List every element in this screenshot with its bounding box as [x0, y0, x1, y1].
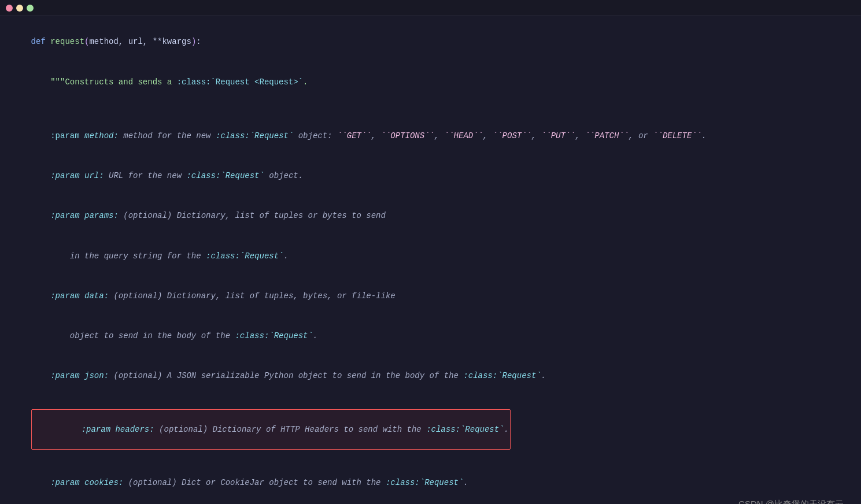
period-json: . [541, 371, 546, 380]
param-name-params: params: [84, 211, 119, 220]
class-ref-params: :class:`Request` [206, 251, 283, 261]
dot-red [6, 5, 13, 12]
period-cookies: . [463, 478, 468, 487]
comma4: , [531, 131, 541, 140]
code-line-param-data: :param data: (optional) Dictionary, list… [12, 276, 849, 316]
code-line-param-url: :param url: URL for the new :class:`Requ… [12, 156, 849, 196]
code-line-param-params-cont: in the query string for the :class:`Requ… [12, 236, 849, 276]
code-line-param-cookies: :param cookies: (optional) Dict or Cooki… [12, 463, 849, 503]
param-desc-data-cont: object to send in the body of the [31, 331, 235, 340]
code-line-def: def request(method, url, **kwargs): [12, 22, 849, 62]
comma1: , [371, 131, 381, 140]
param-name-headers: headers: [115, 425, 154, 434]
class-ref-2: :class:`Request` [216, 131, 293, 140]
period-data: . [313, 331, 317, 340]
class-ref-data: :class:`Request` [235, 331, 312, 340]
backtick-delete: ``DELETE`` [653, 131, 701, 140]
backtick-opt: ``OPTIONS`` [381, 131, 434, 140]
dot-green [27, 5, 34, 12]
or-del: , or [629, 131, 653, 140]
highlight-headers: :param headers: (optional) Dictionary of… [31, 409, 511, 449]
param-desc-url2: object. [264, 171, 303, 180]
backtick-put: ``PUT`` [541, 131, 575, 140]
func-name: request [50, 37, 84, 46]
param-desc-params-cont: in the query string for the [31, 251, 206, 261]
param-desc-params: (optional) Dictionary, list of tuples or… [119, 211, 386, 220]
class-ref-headers: :class:`Request` [426, 425, 504, 434]
param-keyword-json: :param [31, 371, 84, 380]
blank-1 [12, 102, 849, 116]
params: method, url, **kwargs [89, 37, 191, 46]
param-keyword-headers: :param [62, 425, 115, 434]
code-line-param-method: :param method: method for the new :class… [12, 116, 849, 156]
watermark: CSDN @比奇堡的天没有云 [738, 499, 844, 504]
indent [31, 77, 51, 87]
keyword-def: def [31, 37, 51, 46]
param-keyword-data: :param [31, 291, 84, 301]
class-ref-json: :class:`Request` [463, 371, 541, 380]
docstring-open: """Constructs and sends a [50, 77, 176, 87]
param-keyword-cookies: :param [31, 478, 84, 487]
code-line-param-headers: :param headers: (optional) Dictionary of… [12, 396, 849, 463]
docstring-period: . [303, 77, 308, 87]
code-line-param-params: :param params: (optional) Dictionary, li… [12, 196, 849, 236]
comma5: , [575, 131, 585, 140]
param-keyword-url: :param [31, 171, 84, 180]
class-ref-cookies: :class:`Request` [386, 478, 463, 487]
param-name-url: url: [84, 171, 104, 180]
code-editor: def request(method, url, **kwargs): """C… [0, 16, 861, 504]
code-line-param-json: :param json: (optional) A JSON serializa… [12, 356, 849, 396]
param-desc-method: method for the new [119, 131, 216, 140]
param-desc-data: (optional) Dictionary, list of tuples, b… [109, 291, 396, 301]
param-keyword-params: :param [31, 211, 84, 220]
param-desc-url: URL for the new [104, 171, 187, 180]
indent2 [31, 131, 51, 140]
backtick-get: ``GET`` [337, 131, 371, 140]
param-name-cookies: cookies: [84, 478, 123, 487]
code-line-docstring-open: """Constructs and sends a :class:`Reques… [12, 62, 849, 102]
dot-yellow [16, 5, 23, 12]
backtick-post: ``POST`` [493, 131, 531, 140]
class-ref-url: :class:`Request` [186, 171, 264, 180]
colon: : [196, 37, 201, 46]
param-desc-json: (optional) A JSON serializable Python ob… [109, 371, 463, 380]
param-desc-method2: object: [293, 131, 337, 140]
period-headers: . [504, 425, 509, 434]
param-name-method: method: [84, 131, 119, 140]
class-ref: :class:`Request <Request>` [177, 77, 303, 87]
backtick-patch: ``PATCH`` [585, 131, 629, 140]
param-name-json: json: [84, 371, 109, 380]
backtick-head: ``HEAD`` [444, 131, 483, 140]
param-name-data: data: [84, 291, 109, 301]
top-bar [0, 0, 861, 16]
period-params: . [283, 251, 288, 261]
param-desc-headers: (optional) Dictionary of HTTP Headers to… [154, 425, 426, 434]
comma3: , [483, 131, 493, 140]
param-keyword-method: :param [50, 131, 84, 140]
param-desc-cookies: (optional) Dict or CookieJar object to s… [123, 478, 386, 487]
code-line-param-data-cont: object to send in the body of the :class… [12, 316, 849, 356]
period1: . [701, 131, 706, 140]
comma2: , [434, 131, 444, 140]
